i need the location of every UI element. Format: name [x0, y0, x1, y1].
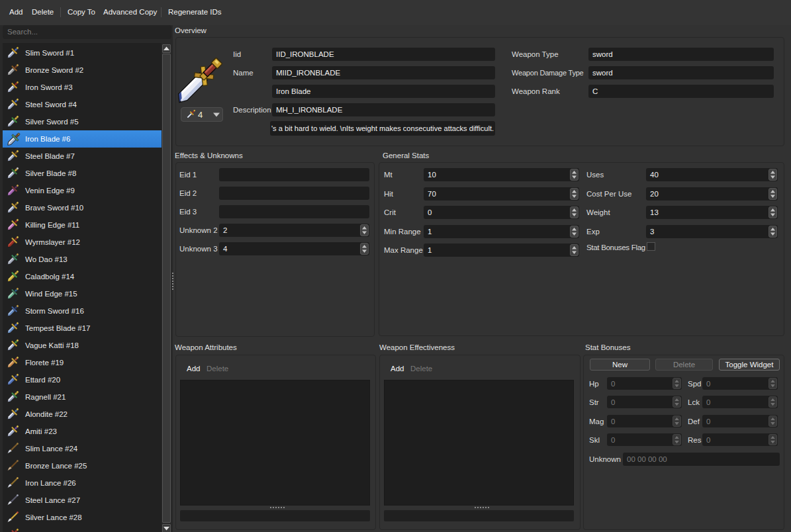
svg-text:4: 4	[198, 110, 203, 120]
